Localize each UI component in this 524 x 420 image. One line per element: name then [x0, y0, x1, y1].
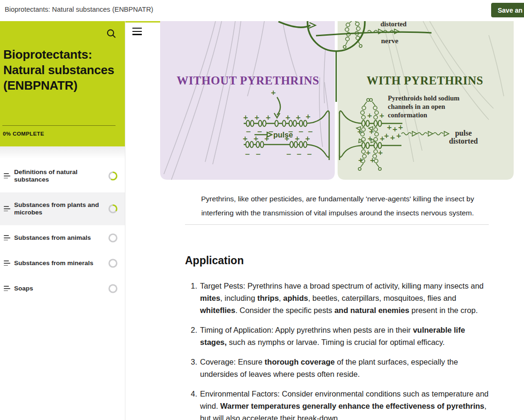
right-note-line2: channels in an open [388, 103, 445, 110]
content-divider [185, 224, 489, 225]
list-item: 1.Target Pests: Pyrethrins have a broad … [185, 280, 490, 316]
sidebar-nav: Definitions of natural substancesSubstan… [0, 160, 125, 301]
sidebar-item-label: Definitions of natural substances [14, 168, 100, 183]
sidebar-item-label: Substances from animals [14, 234, 100, 242]
hamburger-menu-icon[interactable] [132, 27, 143, 38]
svg-text:−: − [255, 150, 261, 158]
lesson-progress-ring [108, 259, 117, 268]
sidebar: Bioprotectants: Natural substances (ENBP… [0, 21, 125, 420]
list-item: 2.Timing of Application: Apply pyrethrin… [185, 324, 490, 348]
svg-text:−: − [307, 150, 312, 158]
svg-text:+: + [305, 135, 310, 142]
svg-text:+: + [264, 135, 270, 142]
svg-text:−: − [286, 150, 292, 158]
nerve-label: nerve [381, 37, 398, 45]
sidebar-item-label: Substances from plants and microbes [14, 201, 100, 216]
sidebar-item[interactable]: Substances from minerals [0, 251, 125, 276]
distorted-label: distorted [380, 21, 407, 28]
topbar: Bioprotectants: Natural substances (ENBP… [0, 0, 524, 21]
header-divider [2, 125, 116, 126]
page: Bioprotectants: Natural substances (ENBP… [0, 0, 524, 420]
topbar-title: Bioprotectants: Natural substances (ENBP… [5, 6, 153, 13]
lesson-progress-ring [108, 234, 117, 243]
svg-text:+: + [254, 114, 260, 121]
application-list: 1.Target Pests: Pyrethrins have a broad … [185, 280, 490, 420]
svg-text:+: + [390, 134, 395, 141]
search-icon[interactable] [105, 28, 117, 40]
svg-text:+: + [379, 112, 385, 119]
sidebar-item[interactable]: Soaps [0, 276, 125, 301]
sidebar-item[interactable]: Substances from animals [0, 225, 125, 251]
svg-text:+: + [386, 123, 392, 131]
section-heading: Application [185, 254, 244, 267]
svg-text:−: − [245, 150, 250, 158]
lesson-progress-ring [108, 284, 117, 293]
content: +++++++++++++++++++++++++++++−−−−−−−−−−−… [125, 21, 524, 420]
svg-text:+: + [367, 112, 372, 119]
course-progress-label: 0% COMPLETE [3, 131, 44, 137]
pulse-label: pulse [273, 131, 293, 139]
lesson-lines-icon [4, 286, 11, 291]
sidebar-item[interactable]: Definitions of natural substances [0, 160, 125, 192]
pyrethrins-illustration: +++++++++++++++++++++++++++++−−−−−−−−−−−… [160, 21, 514, 181]
sidebar-item[interactable]: Substances from plants and microbes [0, 192, 125, 225]
without-pyrethrins-title: WITHOUT PYRETHRINS [177, 74, 319, 87]
svg-text:−: − [246, 128, 251, 135]
image-caption: Pyrethrins, like other pesticides, are f… [185, 192, 490, 220]
svg-text:+: + [367, 135, 373, 142]
lesson-lines-icon [4, 235, 11, 241]
svg-text:−: − [298, 128, 304, 135]
right-note-line3: conformation [388, 111, 427, 119]
list-item: 4.Environmental Factors: Consider enviro… [185, 388, 490, 420]
sidebar-item-label: Soaps [14, 285, 100, 292]
svg-text:+: + [295, 114, 301, 121]
lesson-progress-ring [108, 205, 117, 214]
lesson-lines-icon [4, 260, 11, 266]
svg-text:+: + [294, 135, 300, 142]
svg-text:−: − [308, 128, 313, 135]
save-button[interactable]: Save an [491, 3, 524, 17]
svg-text:+: + [243, 114, 248, 121]
lesson-lines-icon [4, 206, 11, 212]
lesson-progress-ring [108, 172, 117, 181]
right-note-line1: Pyrethroids hold sodium [388, 94, 460, 102]
list-item: 3.Coverage: Ensure thorough coverage of … [185, 356, 490, 380]
svg-text:+: + [305, 113, 311, 120]
svg-text:+: + [242, 135, 248, 142]
lesson-lines-icon [4, 173, 11, 179]
svg-text:−: − [296, 150, 302, 158]
svg-text:+: + [398, 123, 403, 131]
sidebar-header: Bioprotectants: Natural substances (ENBP… [0, 21, 125, 146]
svg-text:−: − [257, 128, 262, 135]
sidebar-item-label: Substances from minerals [14, 260, 100, 267]
pulse-distorted-label-2: distorted [449, 137, 478, 145]
svg-text:+: + [265, 114, 271, 121]
svg-text:+: + [285, 114, 291, 121]
pulse-distorted-label-1: pulse [455, 129, 472, 137]
svg-text:+: + [378, 149, 383, 156]
with-pyrethrins-title: WITH PYRETHRINS [367, 74, 484, 87]
svg-text:+: + [270, 89, 276, 96]
svg-text:+: + [396, 132, 401, 139]
svg-text:+: + [379, 135, 385, 142]
